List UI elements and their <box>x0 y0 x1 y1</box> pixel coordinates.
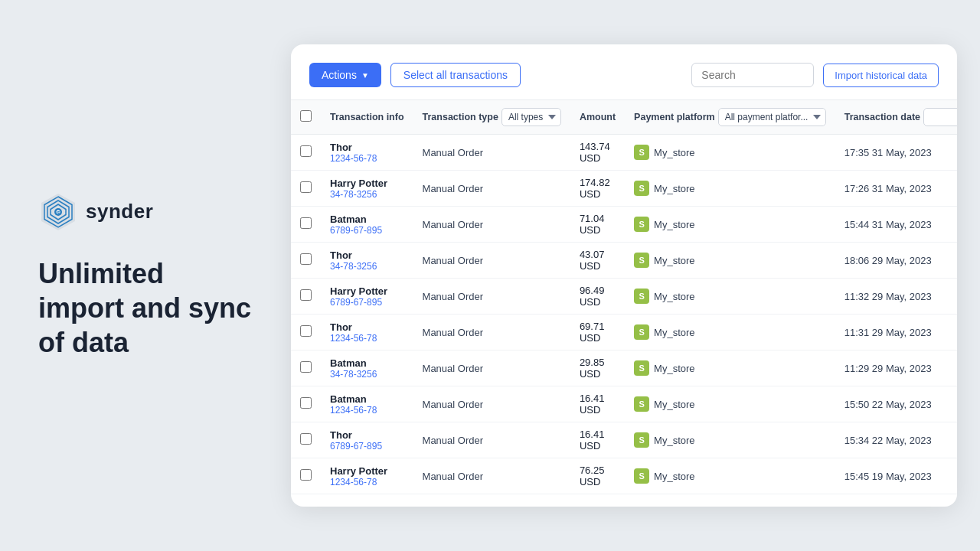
row-checkbox-cell <box>291 350 321 386</box>
date-cell: 15:50 22 May, 2023 <box>835 386 957 422</box>
shopify-icon: S <box>634 289 649 304</box>
type-filter[interactable]: All types <box>501 108 561 126</box>
transaction-id[interactable]: 6789-67-895 <box>330 441 404 452</box>
customer-name: Thor <box>330 429 404 441</box>
amount-cell: 16.41 USD <box>570 422 625 458</box>
table-row: Batman 6789-67-895 Manual Order 71.04 US… <box>291 207 957 243</box>
col-transaction-date: Transaction date 📅 <box>835 100 957 135</box>
date-cell: 17:26 31 May, 2023 <box>835 171 957 207</box>
select-all-button[interactable]: Select all transactions <box>390 63 521 87</box>
row-checkbox-cell <box>291 207 321 243</box>
row-checkbox[interactable] <box>300 289 312 301</box>
table-row: Thor 1234-56-78 Manual Order 143.74 USD … <box>291 135 957 171</box>
logo-text: synder <box>86 200 153 223</box>
tagline: Unlimited import and sync of data <box>38 256 253 360</box>
transaction-id[interactable]: 6789-67-895 <box>330 225 404 236</box>
transaction-info-cell: Thor 6789-67-895 <box>321 422 413 458</box>
row-checkbox-cell <box>291 458 321 494</box>
platform-cell: S My_store <box>625 350 835 386</box>
amount-cell: 96.49 USD <box>570 279 625 315</box>
amount-cell: 69.71 USD <box>570 315 625 350</box>
transaction-info-cell: Harry Potter 1234-56-78 <box>321 458 413 494</box>
transaction-type-cell: Manual Order <box>413 315 570 350</box>
select-all-checkbox[interactable] <box>300 110 312 122</box>
amount-cell: 16.41 USD <box>570 386 625 422</box>
shopify-icon: S <box>634 432 649 448</box>
table-row: Thor 1234-56-78 Manual Order 69.71 USD S… <box>291 315 957 350</box>
synder-logo-icon: $ <box>38 192 78 232</box>
transaction-id[interactable]: 6789-67-895 <box>330 297 404 308</box>
amount-cell: 76.25 USD <box>570 458 625 494</box>
transactions-card: Actions ▼ Select all transactions Import… <box>291 44 957 507</box>
row-checkbox[interactable] <box>300 181 312 193</box>
platform-cell: S My_store <box>625 422 835 458</box>
transactions-table: Transaction info Transaction type All ty… <box>291 99 957 494</box>
table-row: Harry Potter 6789-67-895 Manual Order 96… <box>291 279 957 315</box>
customer-name: Thor <box>330 321 404 333</box>
platform-name: My_store <box>654 327 694 338</box>
transaction-type-cell: Manual Order <box>413 243 570 279</box>
customer-name: Batman <box>330 214 404 225</box>
amount-cell: 29.85 USD <box>570 350 625 386</box>
platform-name: My_store <box>654 219 694 230</box>
shopify-icon: S <box>634 217 649 232</box>
platform-cell: S My_store <box>625 207 835 243</box>
transaction-id[interactable]: 34-78-3256 <box>330 189 404 200</box>
date-cell: 15:34 22 May, 2023 <box>835 422 957 458</box>
transaction-id[interactable]: 1234-56-78 <box>330 405 404 416</box>
platform-cell: S My_store <box>625 243 835 279</box>
table-row: Thor 6789-67-895 Manual Order 16.41 USD … <box>291 422 957 458</box>
transaction-id[interactable]: 34-78-3256 <box>330 369 404 380</box>
row-checkbox-cell <box>291 315 321 350</box>
customer-name: Thor <box>330 142 404 153</box>
transaction-id[interactable]: 34-78-3256 <box>330 261 404 272</box>
search-input[interactable] <box>691 63 814 87</box>
row-checkbox[interactable] <box>300 469 312 481</box>
table-row: Thor 34-78-3256 Manual Order 43.07 USD S… <box>291 243 957 279</box>
date-filter-input[interactable] <box>923 108 957 126</box>
row-checkbox[interactable] <box>300 253 312 265</box>
platform-filter[interactable]: All payment platfor... <box>718 108 826 126</box>
customer-name: Batman <box>330 393 404 405</box>
platform-name: My_store <box>654 363 694 374</box>
transaction-id[interactable]: 1234-56-78 <box>330 333 404 344</box>
row-checkbox[interactable] <box>300 433 312 445</box>
customer-name: Harry Potter <box>330 285 404 297</box>
platform-name: My_store <box>654 435 694 446</box>
platform-name: My_store <box>654 147 694 158</box>
row-checkbox-cell <box>291 279 321 315</box>
date-cell: 18:06 29 May, 2023 <box>835 243 957 279</box>
col-payment-platform: Payment platform All payment platfor... <box>625 100 835 135</box>
table-row: Harry Potter 1234-56-78 Manual Order 76.… <box>291 458 957 494</box>
platform-cell: S My_store <box>625 135 835 171</box>
customer-name: Batman <box>330 357 404 369</box>
transaction-id[interactable]: 1234-56-78 <box>330 477 404 487</box>
transaction-info-cell: Batman 1234-56-78 <box>321 386 413 422</box>
platform-cell: S My_store <box>625 386 835 422</box>
row-checkbox[interactable] <box>300 145 312 157</box>
transaction-id[interactable]: 1234-56-78 <box>330 153 404 164</box>
left-panel: $ synder Unlimited import and sync of da… <box>0 161 283 390</box>
table-row: Batman 1234-56-78 Manual Order 16.41 USD… <box>291 386 957 422</box>
transaction-info-cell: Batman 34-78-3256 <box>321 350 413 386</box>
import-historical-button[interactable]: Import historical data <box>823 64 939 87</box>
transaction-info-cell: Harry Potter 34-78-3256 <box>321 171 413 207</box>
platform-cell: S My_store <box>625 315 835 350</box>
row-checkbox[interactable] <box>300 397 312 409</box>
transaction-type-cell: Manual Order <box>413 422 570 458</box>
svg-text:$: $ <box>57 210 60 217</box>
select-all-checkbox-header <box>291 100 321 135</box>
row-checkbox[interactable] <box>300 361 312 373</box>
transaction-type-cell: Manual Order <box>413 171 570 207</box>
row-checkbox-cell <box>291 422 321 458</box>
platform-cell: S My_store <box>625 279 835 315</box>
transaction-info-cell: Batman 6789-67-895 <box>321 207 413 243</box>
row-checkbox[interactable] <box>300 325 312 337</box>
actions-button[interactable]: Actions ▼ <box>309 63 381 87</box>
date-cell: 15:45 19 May, 2023 <box>835 458 957 494</box>
row-checkbox[interactable] <box>300 217 312 229</box>
shopify-icon: S <box>634 360 649 376</box>
shopify-icon: S <box>634 396 649 412</box>
amount-cell: 43.07 USD <box>570 243 625 279</box>
transaction-info-cell: Harry Potter 6789-67-895 <box>321 279 413 315</box>
